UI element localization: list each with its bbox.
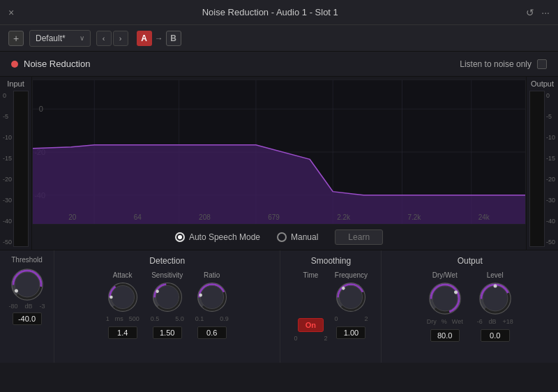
threshold-unit: dB [24, 303, 32, 310]
x-label-64: 64 [134, 213, 142, 221]
input-tick-5: -5 [3, 113, 12, 120]
x-label-679: 679 [268, 213, 280, 221]
preset-chevron-icon: ∨ [80, 34, 84, 42]
threshold-group: Threshold -80 dB -3 -40.0 [0, 250, 54, 363]
sensitivity-label: Sensitivity [151, 271, 183, 279]
history-icon[interactable]: ↺ [526, 7, 534, 18]
input-tick-0: 0 [3, 92, 12, 99]
sensitivity-container: Sensitivity 0.5 5.0 1.50 [151, 271, 184, 339]
attack-value[interactable]: 1.4 [108, 326, 137, 339]
detection-group: Detection Attack 1 ms 500 1.4 [54, 250, 280, 363]
svg-point-21 [110, 296, 113, 299]
manual-mode-option[interactable]: Manual [277, 232, 318, 242]
x-label-208: 208 [199, 213, 211, 221]
spectrum-graph: 0 -20 -40 20 64 208 679 2.2k 7.2k 24k [32, 80, 526, 225]
spectrum-area: 0 -20 -40 20 64 208 679 2.2k 7.2k 24k [32, 77, 526, 250]
time-knob-placeholder [294, 282, 327, 315]
threshold-knob[interactable] [9, 266, 45, 303]
nav-back-button[interactable]: ‹ [96, 31, 112, 46]
threshold-max: -3 [39, 303, 45, 310]
ratio-knob[interactable] [195, 280, 229, 314]
input-tick-30: -30 [3, 197, 12, 204]
title-bar: × Noise Reduction - Audio 1 - Slot 1 ↺ ·… [0, 0, 558, 25]
time-container: Time On 0 2 [294, 271, 327, 342]
threshold-label: Threshold [11, 256, 42, 264]
attack-min: 1 [106, 315, 110, 322]
freq-range: 0 2 [334, 315, 368, 322]
smoothing-title: Smoothing [289, 256, 372, 266]
title-bar-left: × [8, 7, 14, 18]
x-label-2k: 2.2k [337, 213, 350, 221]
auto-speech-mode-option[interactable]: Auto Speech Mode [175, 232, 260, 242]
attack-container: Attack 1 ms 500 1.4 [106, 271, 140, 339]
smoothing-inner: Time On 0 2 Frequency [289, 271, 372, 342]
ratio-min: 0.1 [195, 315, 204, 322]
ab-arrow-icon: → [155, 33, 163, 43]
nav-forward-button[interactable]: › [113, 31, 128, 46]
level-range: -6 dB +18 [477, 318, 513, 325]
listen-label: Listen to noise only [460, 59, 531, 69]
auto-speech-label: Auto Speech Mode [189, 232, 260, 242]
output-tick-10: -10 [546, 134, 555, 141]
plugin-name: Noise Reduction [24, 59, 90, 69]
more-icon[interactable]: ··· [541, 7, 550, 18]
on-button[interactable]: On [298, 318, 324, 332]
frequency-value[interactable]: 1.00 [336, 326, 365, 339]
x-label-20: 20 [68, 213, 76, 221]
output-tick-20: -20 [546, 176, 555, 183]
title-bar-right: ↺ ··· [526, 7, 550, 18]
window-title: Noise Reduction - Audio 1 - Slot 1 [202, 7, 338, 17]
freq-min: 0 [334, 315, 338, 322]
manual-radio[interactable] [277, 232, 287, 242]
smoothing-group: Smoothing Time On 0 2 Frequency [280, 250, 382, 363]
attack-unit: ms [115, 315, 123, 322]
drywet-label: Dry/Wet [432, 271, 458, 279]
sensitivity-value[interactable]: 1.50 [153, 326, 182, 339]
manual-label: Manual [291, 232, 318, 242]
attack-max: 500 [129, 315, 140, 322]
plugin-header: Noise Reduction Listen to noise only [0, 52, 558, 77]
level-knob[interactable] [477, 280, 513, 317]
x-label-7k: 7.2k [407, 213, 421, 221]
b-button[interactable]: B [166, 31, 181, 46]
svg-point-23 [156, 285, 179, 308]
level-max: +18 [502, 318, 513, 325]
spectrum-svg: 0 -20 -40 [33, 80, 525, 224]
preset-name: Default* [36, 33, 66, 43]
preset-dropdown[interactable]: Default* ∨ [29, 30, 91, 47]
threshold-value[interactable]: -40.0 [13, 312, 42, 325]
input-tick-15: -15 [3, 155, 12, 162]
input-tick-40: -40 [3, 218, 12, 225]
auto-speech-radio[interactable] [175, 232, 185, 242]
time-min: 0 [294, 335, 297, 342]
frequency-knob[interactable] [334, 280, 368, 314]
ratio-max: 0.9 [220, 315, 229, 322]
a-button[interactable]: A [137, 31, 152, 46]
learn-button[interactable]: Learn [335, 229, 383, 245]
controls-section: Threshold -80 dB -3 -40.0 Detection Atta… [0, 250, 558, 363]
output-tick-15: -15 [546, 155, 555, 162]
add-preset-button[interactable]: + [8, 31, 24, 46]
close-icon[interactable]: × [8, 7, 14, 18]
sensitivity-range: 0.5 5.0 [151, 315, 184, 322]
drywet-value[interactable]: 80.0 [430, 329, 460, 342]
svg-point-43 [483, 286, 508, 311]
attack-knob[interactable] [106, 280, 140, 314]
output-title: Output [391, 256, 548, 266]
level-value[interactable]: 0.0 [481, 329, 510, 342]
output-label: Output [531, 80, 554, 88]
sensitivity-knob[interactable] [151, 280, 184, 314]
power-button[interactable] [11, 61, 18, 68]
level-container: Level -6 dB +18 0.0 [477, 271, 513, 342]
toolbar: + Default* ∨ ‹ › A → B [0, 25, 558, 52]
input-tick-20: -20 [3, 176, 12, 183]
ratio-value[interactable]: 0.6 [197, 326, 227, 339]
svg-point-46 [493, 285, 497, 288]
drywet-knob[interactable] [427, 280, 463, 317]
ratio-range: 0.1 0.9 [195, 315, 229, 322]
input-label: Input [7, 80, 24, 88]
level-label: Level [487, 271, 504, 279]
svg-point-13 [15, 272, 40, 297]
listen-checkbox[interactable] [537, 59, 547, 69]
mode-row: Auto Speech Mode Manual Learn [32, 225, 526, 250]
